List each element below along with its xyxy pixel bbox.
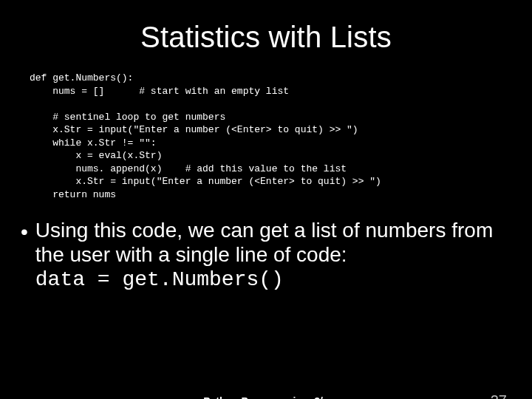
slide-title: Statistics with Lists [0, 21, 532, 54]
bullet-item: • Using this code, we can get a list of … [21, 219, 510, 292]
bullet-line-1: Using this code, we can get a list of nu… [35, 219, 493, 265]
footer-center-text: Python Programming, 3/e [0, 395, 532, 400]
footer: Python Programming, 3/e 27 [0, 392, 532, 399]
slide: Statistics with Lists def get.Numbers():… [0, 21, 532, 399]
bullet-code-line: data = get.Numbers() [35, 268, 284, 291]
code-block: def get.Numbers(): nums = [] # start wit… [30, 72, 510, 201]
bullet-text: Using this code, we can get a list of nu… [35, 219, 510, 292]
bullet-dot-icon: • [21, 220, 28, 244]
